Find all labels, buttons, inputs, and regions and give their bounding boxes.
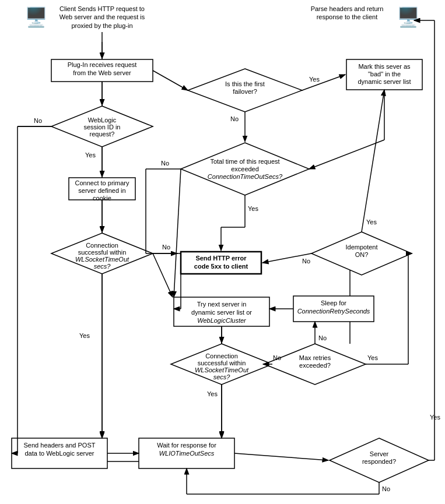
svg-text:Yes: Yes	[207, 390, 218, 397]
svg-text:code 5xx to client: code 5xx to client	[194, 263, 248, 270]
svg-text:WLSocketTimeOut: WLSocketTimeOut	[195, 366, 249, 373]
svg-text:No: No	[230, 115, 239, 122]
svg-text:data to WebLogic server: data to WebLogic server	[24, 450, 94, 457]
svg-line-106	[234, 453, 328, 460]
svg-text:No: No	[302, 258, 310, 265]
svg-text:ON?: ON?	[355, 251, 369, 258]
svg-text:exceeded: exceeded	[231, 165, 259, 172]
svg-text:No: No	[318, 334, 327, 341]
svg-text:Yes: Yes	[85, 151, 96, 158]
svg-text:Connection: Connection	[205, 353, 238, 360]
svg-text:Send headers and POST: Send headers and POST	[24, 442, 96, 449]
flowchart-svg: Plug-In receives request from the Web se…	[0, 0, 445, 504]
svg-text:Yes: Yes	[366, 218, 377, 225]
svg-text:Idempotent: Idempotent	[345, 244, 377, 251]
svg-line-114	[309, 140, 384, 169]
svg-text:WebLogic: WebLogic	[88, 117, 117, 124]
svg-text:Is this the first: Is this the first	[225, 80, 265, 87]
svg-text:Yes: Yes	[430, 414, 440, 421]
svg-text:exceeded?: exceeded?	[299, 362, 331, 369]
svg-text:Connection: Connection	[86, 242, 118, 249]
svg-text:No: No	[161, 160, 169, 167]
svg-text:WebLogicCluster: WebLogicCluster	[197, 317, 247, 324]
svg-text:failover?: failover?	[233, 88, 257, 95]
svg-text:Yes: Yes	[79, 332, 90, 339]
svg-text:"bad" in the: "bad" in the	[368, 71, 401, 77]
svg-line-82	[153, 71, 188, 90]
svg-text:Wait for response for: Wait for response for	[157, 442, 216, 449]
svg-text:Mark this sever as: Mark this sever as	[358, 63, 411, 70]
svg-text:session ID in: session ID in	[84, 124, 121, 131]
svg-text:dynamic server list or: dynamic server list or	[191, 309, 252, 316]
svg-text:Max retries: Max retries	[299, 354, 331, 361]
svg-text:Sleep for: Sleep for	[321, 299, 346, 306]
flowchart-diagram: 🖥️ 🖥️ Client Sends HTTP request to Web s…	[0, 0, 445, 504]
svg-text:WLSocketTimeOut: WLSocketTimeOut	[75, 256, 129, 263]
svg-text:request?: request?	[90, 131, 115, 138]
svg-text:server defined in: server defined in	[78, 187, 125, 194]
svg-text:successful within: successful within	[78, 249, 127, 256]
svg-text:secs?: secs?	[213, 373, 231, 380]
svg-text:Yes: Yes	[248, 205, 258, 212]
svg-line-80	[153, 253, 173, 297]
svg-text:successful within: successful within	[198, 360, 246, 366]
svg-text:ConnectionRetrySeconds: ConnectionRetrySeconds	[297, 308, 370, 315]
svg-text:from the Web server: from the Web server	[73, 69, 131, 76]
svg-text:responded?: responded?	[362, 458, 396, 465]
svg-text:Plug-In receives request: Plug-In receives request	[68, 61, 137, 68]
svg-text:Yes: Yes	[309, 76, 320, 83]
svg-text:Total time of this request: Total time of this request	[210, 158, 279, 165]
svg-text:No: No	[34, 117, 42, 124]
svg-text:No: No	[162, 244, 170, 251]
svg-text:Connect to primary: Connect to primary	[75, 179, 129, 186]
svg-text:Yes: Yes	[367, 354, 378, 361]
svg-text:Server: Server	[370, 450, 389, 457]
svg-text:dynamic server list: dynamic server list	[358, 78, 411, 85]
svg-text:No: No	[273, 354, 281, 361]
svg-text:No: No	[382, 485, 390, 492]
svg-line-88	[174, 169, 181, 297]
svg-text:WLIOTimeOutSecs: WLIOTimeOutSecs	[159, 450, 215, 457]
svg-text:Send HTTP error: Send HTTP error	[195, 255, 247, 262]
svg-text:Try next server in: Try next server in	[197, 301, 247, 308]
svg-line-93	[362, 90, 384, 232]
svg-text:ConnectionTimeOutSecs?: ConnectionTimeOutSecs?	[208, 173, 283, 180]
svg-text:secs?: secs?	[94, 263, 111, 270]
